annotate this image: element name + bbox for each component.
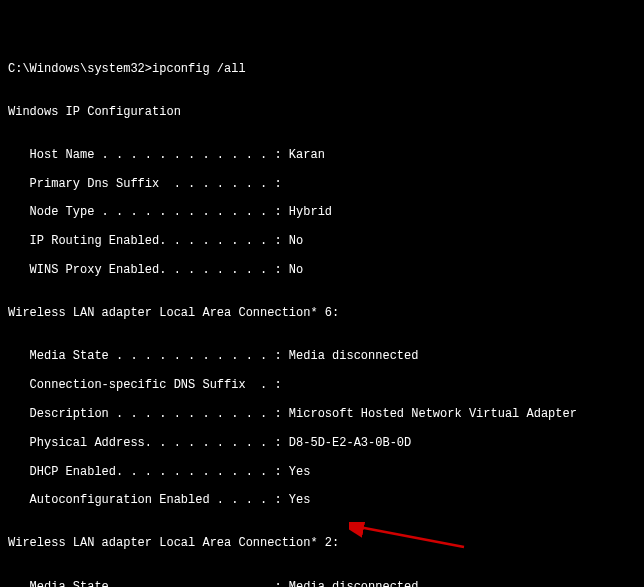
adapter6-title: Wireless LAN adapter Local Area Connecti… bbox=[8, 306, 636, 320]
adapter6-media-state: Media State . . . . . . . . . . . : Medi… bbox=[8, 349, 636, 363]
adapter6-autoconfig: Autoconfiguration Enabled . . . . : Yes bbox=[8, 493, 636, 507]
adapter6-description: Description . . . . . . . . . . . : Micr… bbox=[8, 407, 636, 421]
prompt: C:\Windows\system32> bbox=[8, 62, 152, 76]
adapter2-title: Wireless LAN adapter Local Area Connecti… bbox=[8, 536, 636, 550]
command: ipconfig /all bbox=[152, 62, 246, 76]
adapter6-conn-suffix: Connection-specific DNS Suffix . : bbox=[8, 378, 636, 392]
cfg-ip-routing: IP Routing Enabled. . . . . . . . : No bbox=[8, 234, 636, 248]
adapter2-media-state: Media State . . . . . . . . . . . : Medi… bbox=[8, 580, 636, 587]
cfg-wins-proxy: WINS Proxy Enabled. . . . . . . . : No bbox=[8, 263, 636, 277]
prompt-line: C:\Windows\system32>ipconfig /all bbox=[8, 62, 636, 76]
adapter6-dhcp-enabled: DHCP Enabled. . . . . . . . . . . : Yes bbox=[8, 465, 636, 479]
cfg-node-type: Node Type . . . . . . . . . . . . : Hybr… bbox=[8, 205, 636, 219]
cfg-primary-dns: Primary Dns Suffix . . . . . . . : bbox=[8, 177, 636, 191]
adapter6-phys-addr: Physical Address. . . . . . . . . : D8-5… bbox=[8, 436, 636, 450]
header-main: Windows IP Configuration bbox=[8, 105, 636, 119]
cfg-host-name: Host Name . . . . . . . . . . . . : Kara… bbox=[8, 148, 636, 162]
